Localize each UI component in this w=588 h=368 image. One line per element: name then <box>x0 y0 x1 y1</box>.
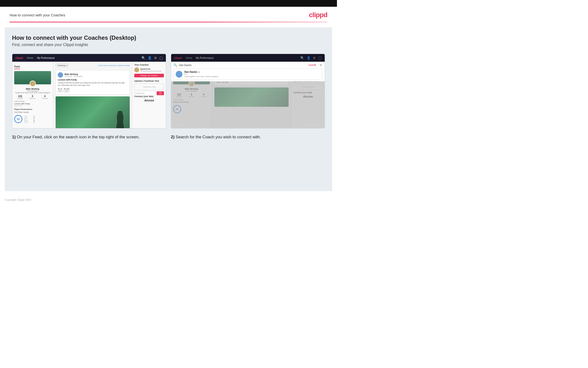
manage-coaches-button[interactable]: Manage Your Coaches <box>134 74 164 77</box>
player-perf-title: Player Performance <box>14 108 51 110</box>
user-info-right: Blair McHarg Plus Handicap <box>173 88 210 92</box>
screenshots-row: clippd Home My Performance 🔍 👤 ⚙ ◯ Feed <box>12 54 325 129</box>
avatar-icon[interactable]: ◯ <box>159 56 163 60</box>
lesson-title: Lesson with Fordy <box>58 79 128 81</box>
stat-fol-right: 3Followers <box>188 93 194 97</box>
search-icon[interactable]: 🔍 <box>141 56 145 60</box>
app-nav-logo-right: clippd <box>174 56 182 59</box>
clear-button[interactable]: CLEAR <box>308 64 316 66</box>
app-sidebar: Feed Blair McHarg Plus Handicap Royal No… <box>12 62 53 128</box>
coach-item: David Ford 📍 Royal North Devon Golf Club <box>134 67 164 72</box>
at-right: Lesson with Fordy <box>173 101 210 103</box>
perf-total-label: Total Player Quality <box>14 111 51 113</box>
lesson-desc: Looking to feel like my hands are exitin… <box>58 82 128 86</box>
page-title: How to connect with your Coaches <box>10 13 65 17</box>
circle-score: 92 <box>14 115 22 123</box>
app-nav: clippd Home My Performance 🔍 👤 ⚙ ◯ <box>12 54 166 62</box>
user-name: Blair McHarg <box>14 88 51 90</box>
lesson-tags: OFF APP <box>58 90 128 92</box>
screenshot-right-col: clippd Home My Performance 🔍 👤 ⚙ ◯ 🔍 <box>171 54 325 129</box>
arccos-logo: Arccos <box>134 99 164 102</box>
caption-1: 1) On your Feed, click on the search ico… <box>12 134 166 140</box>
stat-activities-label: Activities <box>17 98 23 99</box>
perf-bar-arg-val: 86 <box>31 120 35 121</box>
user-icon-right[interactable]: 👤 <box>307 56 310 60</box>
app-nav-right: clippd Home My Performance 🔍 👤 ⚙ ◯ <box>171 54 325 62</box>
coach-club-text: Royal North Devon Golf Club <box>142 70 161 72</box>
screenshot-left: clippd Home My Performance 🔍 👤 ⚙ ◯ Feed <box>12 54 166 129</box>
stat-followers-num: 3 <box>29 95 36 98</box>
user-icon[interactable]: 👤 <box>148 56 152 60</box>
perf-bars: OTT 90 APP 85 ARG <box>24 116 35 123</box>
user-avatar-area <box>14 71 51 84</box>
following-button[interactable]: Following ▾ <box>56 64 69 67</box>
app-nav-logo: clippd <box>15 56 23 59</box>
caption-2-num: 2) <box>171 135 175 139</box>
nav-item-home-right[interactable]: Home <box>185 57 192 59</box>
search-icon-right[interactable]: 🔍 <box>300 56 304 60</box>
search-icon-overlay: 🔍 <box>174 63 177 67</box>
following-label: Following <box>57 64 65 66</box>
chevron-down-icon: ▾ <box>66 64 67 66</box>
main-content: How to connect with your Coaches (Deskto… <box>5 27 332 191</box>
perf-bar-putt-label: PUTT <box>24 121 30 123</box>
nav-item-home[interactable]: Home <box>27 57 33 59</box>
search-bar-row: 🔍 Dan Davies CLEAR ✕ <box>174 63 322 67</box>
nav-item-my-performance-right[interactable]: My Performance <box>196 57 213 59</box>
header: How to connect with your Coaches clippd <box>0 7 337 22</box>
ct-right: Connect your data <box>293 91 323 94</box>
activity-title: Lesson with Fordy <box>14 103 51 105</box>
add-link-button[interactable]: Add Link <box>157 91 164 95</box>
lesson-card-header: Blair McHarg Yesterday · Sunningdale <box>58 72 128 78</box>
copyright-text: Copyright Clippd 2022 <box>5 198 31 201</box>
clippd-logo: clippd <box>309 11 327 19</box>
header-divider <box>10 22 327 22</box>
app-main: Following ▾ Control who can see your act… <box>53 62 132 128</box>
stat-following-label: Following <box>42 98 48 99</box>
perf-bar-arg: ARG 86 <box>24 120 35 121</box>
search-query[interactable]: Dan Davies <box>179 64 307 66</box>
search-result-avatar <box>176 71 183 78</box>
upload-title: Upload a Trackman Test <box>134 80 164 82</box>
lesson-card: Blair McHarg Yesterday · Sunningdale Les… <box>56 70 130 94</box>
settings-icon[interactable]: ⚙ <box>154 56 157 60</box>
close-search-button[interactable]: ✕ <box>319 63 322 67</box>
user-info: Blair McHarg Plus Handicap Royal North D… <box>14 88 51 93</box>
la-right: Latest Activity <box>173 99 210 101</box>
control-link[interactable]: Control who can see your activity and da… <box>98 64 130 66</box>
trackman-input[interactable] <box>134 91 156 95</box>
al-right: Arccos <box>293 95 323 98</box>
coach-item-avatar <box>134 67 139 72</box>
perf-bar-ott-label: OTT <box>24 116 30 117</box>
coach-sub: Yesterday · Sunningdale <box>64 75 83 77</box>
search-result[interactable]: Dan Davies ● Pro Sunningdale Golf Club, … <box>174 68 322 80</box>
user-handicap: Plus Handicap <box>14 90 51 92</box>
your-coaches-title: Your Coaches <box>134 64 164 66</box>
screenshot-right: clippd Home My Performance 🔍 👤 ⚙ ◯ 🔍 <box>171 54 325 129</box>
main-subheading: Find, connect and share your Clippd insi… <box>12 43 325 47</box>
lesson-tag-app: APP <box>64 90 69 92</box>
stat-folw-right: 4Following <box>201 93 207 97</box>
activity-date: 03 Aug 2022 <box>14 105 51 106</box>
user-name-right: Blair McHarg <box>173 88 210 90</box>
perf-bar-putt: PUTT 96 <box>24 121 35 123</box>
coach-name: Blair McHarg <box>64 73 83 75</box>
coach-item-info: David Ford 📍 Royal North Devon Golf Club <box>140 68 161 72</box>
user-stats-right: 131Activities 3Followers 4Following <box>173 93 210 97</box>
coach-avatar <box>58 72 63 78</box>
caption-2: 2) Search for the Coach you wish to conn… <box>171 134 325 140</box>
caption-1-num: 1) <box>12 135 16 139</box>
coach-item-club: 📍 Royal North Devon Golf Club <box>140 70 161 72</box>
settings-icon-right[interactable]: ⚙ <box>313 56 316 60</box>
stat-activities: 131 Activities <box>17 95 23 99</box>
feed-tab[interactable]: Feed <box>14 65 20 69</box>
nav-item-my-performance[interactable]: My Performance <box>37 57 55 59</box>
tb-right: Trackman Link <box>293 84 323 90</box>
stat-following: 4 Following <box>42 95 48 99</box>
user-sub-right: Plus Handicap <box>173 90 210 92</box>
stat-followers-label: Followers <box>29 98 36 99</box>
stat-act-right: 131Activities <box>176 93 182 97</box>
avatar-icon-right[interactable]: ◯ <box>318 56 322 60</box>
perf-bar-app-val: 85 <box>31 118 35 119</box>
trackman-box: Trackman Link <box>134 84 164 90</box>
